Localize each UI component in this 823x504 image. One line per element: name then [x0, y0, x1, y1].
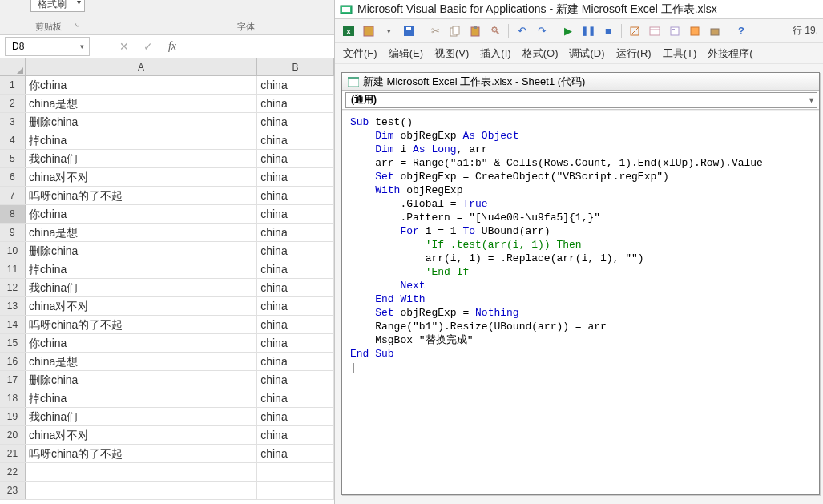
menu-insert[interactable]: 插入(I)	[480, 46, 510, 61]
row-header[interactable]: 17	[0, 371, 26, 389]
row-header[interactable]: 8	[0, 205, 26, 223]
row-header[interactable]: 9	[0, 224, 26, 241]
help-icon[interactable]: ?	[734, 24, 748, 38]
cell[interactable]: china	[257, 187, 334, 204]
cell[interactable]	[257, 482, 334, 499]
row-header[interactable]: 11	[0, 260, 26, 278]
cell[interactable]: china	[257, 113, 334, 131]
row-header[interactable]: 4	[0, 131, 26, 149]
copy-icon[interactable]	[448, 24, 462, 38]
clipboard-expand-icon[interactable]: ⤡	[74, 22, 79, 29]
cell[interactable]: china	[257, 445, 334, 462]
cell[interactable]: china对不对	[26, 168, 257, 186]
cell[interactable]	[257, 463, 334, 481]
row-header[interactable]: 18	[0, 389, 26, 407]
cell[interactable]: china	[257, 334, 334, 352]
menu-edit[interactable]: 编辑(E)	[389, 46, 423, 61]
menu-view[interactable]: 视图(V)	[434, 46, 469, 61]
cell[interactable]: 删除china	[26, 242, 257, 260]
cell[interactable]: china	[257, 131, 334, 149]
menu-addins[interactable]: 外接程序(	[708, 46, 752, 61]
find-icon[interactable]: 🔍︎	[488, 24, 502, 38]
properties-icon[interactable]	[668, 24, 682, 38]
row-header[interactable]: 10	[0, 242, 26, 260]
dropdown-arrow-icon[interactable]: ▾	[381, 24, 396, 38]
cell[interactable]: china	[257, 297, 334, 315]
cell[interactable]: 掉china	[26, 131, 257, 149]
row-header[interactable]: 22	[0, 463, 26, 481]
cell[interactable]: china	[257, 408, 334, 425]
row-header[interactable]: 6	[0, 168, 26, 186]
row-header[interactable]: 20	[0, 426, 26, 444]
cut-icon[interactable]: ✂	[428, 24, 442, 38]
cell[interactable]: china	[257, 389, 334, 407]
cell[interactable]	[26, 463, 257, 481]
reset-icon[interactable]: ■	[601, 24, 615, 38]
cell[interactable]: china	[257, 242, 334, 260]
row-header[interactable]: 16	[0, 353, 26, 370]
code-editor[interactable]: Sub test() Dim objRegExp As Object Dim i…	[342, 110, 819, 494]
cell[interactable]: china	[257, 316, 334, 333]
menu-format[interactable]: 格式(O)	[522, 46, 559, 61]
cell[interactable]: 你china	[26, 334, 257, 352]
cell[interactable]: china	[257, 205, 334, 223]
column-header-b[interactable]: B	[257, 58, 334, 75]
row-header[interactable]: 15	[0, 334, 26, 352]
save-icon[interactable]	[401, 24, 416, 38]
column-header-a[interactable]: A	[26, 58, 257, 75]
cell[interactable]: 吗呀china的了不起	[26, 316, 257, 333]
cell[interactable]: china对不对	[26, 297, 257, 315]
cell[interactable]: china	[257, 150, 334, 167]
cell[interactable]: china	[257, 76, 334, 94]
row-header[interactable]: 12	[0, 279, 26, 296]
row-header[interactable]: 5	[0, 150, 26, 167]
cell[interactable]: 你china	[26, 205, 257, 223]
design-mode-icon[interactable]	[627, 24, 642, 38]
cell[interactable]: 吗呀china的了不起	[26, 445, 257, 462]
row-header[interactable]: 7	[0, 187, 26, 204]
cell[interactable]: china	[257, 260, 334, 278]
project-explorer-icon[interactable]	[648, 24, 662, 38]
menu-debug[interactable]: 调试(D)	[569, 46, 604, 61]
module-icon[interactable]	[361, 24, 376, 38]
redo-icon[interactable]: ↷	[535, 24, 549, 38]
cell[interactable]: china	[257, 168, 334, 186]
fx-icon[interactable]: fx	[160, 40, 184, 53]
row-header[interactable]: 1	[0, 76, 26, 94]
cell[interactable]: 吗呀china的了不起	[26, 187, 257, 204]
object-combo[interactable]: (通用)	[345, 92, 817, 108]
cell[interactable]: china	[257, 95, 334, 112]
cell[interactable]: china	[257, 224, 334, 241]
run-icon[interactable]: ▶	[561, 24, 575, 38]
row-header[interactable]: 2	[0, 95, 26, 112]
cell[interactable]: china	[257, 353, 334, 370]
cell[interactable]: 我china们	[26, 279, 257, 296]
cell[interactable]: 我china们	[26, 408, 257, 425]
cell[interactable]: 你china	[26, 76, 257, 94]
cell[interactable]: china是想	[26, 353, 257, 370]
cell[interactable]: 删除china	[26, 371, 257, 389]
cell[interactable]: china是想	[26, 95, 257, 112]
row-header[interactable]: 19	[0, 408, 26, 425]
cell[interactable]: china是想	[26, 224, 257, 241]
cell[interactable]: 我china们	[26, 150, 257, 167]
enter-icon[interactable]: ✓	[136, 40, 160, 53]
row-header[interactable]: 3	[0, 113, 26, 131]
cell[interactable]: 掉china	[26, 389, 257, 407]
select-all-corner[interactable]	[0, 58, 26, 75]
toolbox-icon[interactable]	[708, 24, 722, 38]
menu-tools[interactable]: 工具(T)	[663, 46, 697, 61]
format-painter-dropdown[interactable]: 格式刷	[30, 0, 85, 12]
name-box[interactable]: D8	[5, 37, 90, 56]
undo-icon[interactable]: ↶	[514, 24, 529, 38]
object-browser-icon[interactable]	[688, 24, 702, 38]
paste-icon[interactable]	[468, 24, 482, 38]
menu-file[interactable]: 文件(F)	[343, 46, 377, 61]
menu-run[interactable]: 运行(R)	[616, 46, 652, 61]
row-header[interactable]: 13	[0, 297, 26, 315]
cell[interactable]: china	[257, 426, 334, 444]
cell[interactable]: china	[257, 279, 334, 296]
row-header[interactable]: 21	[0, 445, 26, 462]
break-icon[interactable]: ❚❚	[581, 24, 595, 38]
row-header[interactable]: 14	[0, 316, 26, 333]
